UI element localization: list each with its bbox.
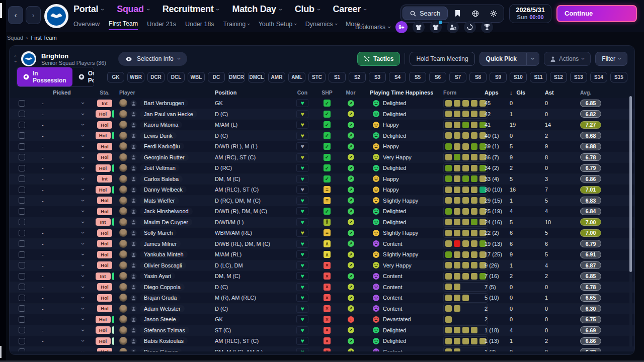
player-cell[interactable]: Lewis Dunk: [119, 132, 215, 140]
position-chip-dmcl[interactable]: DMCL: [248, 72, 265, 82]
quick-pick-button[interactable]: Quick Pick ›: [479, 52, 539, 66]
picked-dropdown[interactable]: -›: [34, 219, 90, 225]
player-name[interactable]: Yasin Ayari: [140, 273, 175, 280]
row-checkbox[interactable]: [19, 251, 25, 258]
position-chip-wbl[interactable]: WBL: [188, 72, 205, 82]
position-chip-s1[interactable]: S1: [329, 72, 346, 82]
inbox-badge-icon[interactable]: 9+: [395, 21, 408, 33]
main-nav-career[interactable]: Career›: [333, 4, 366, 15]
collapse-down-icon[interactable]: ›: [13, 61, 18, 62]
table-row[interactable]: -›HolOlivier BoscagliD (LC), DM♥×↗Very H…: [10, 260, 634, 272]
row-checkbox[interactable]: [19, 122, 25, 128]
player-name[interactable]: Brajan Gruda: [140, 294, 181, 301]
game-date[interactable]: 2026/5/31 Sun00:00: [509, 4, 551, 23]
row-checkbox[interactable]: [19, 208, 25, 215]
position-chip-s11[interactable]: S11: [530, 72, 547, 82]
player-name[interactable]: Carlos Baleba: [140, 175, 183, 183]
position-chip-stc[interactable]: STC: [308, 72, 326, 82]
column-header-shp[interactable]: SHP: [314, 89, 340, 96]
picked-dropdown[interactable]: -›: [34, 133, 90, 139]
position-chip-s3[interactable]: S3: [369, 72, 386, 82]
globe-icon[interactable]: [467, 7, 484, 21]
player-cell[interactable]: Joël Veltman: [119, 164, 215, 172]
filter-dropdown[interactable]: Filter ›: [595, 52, 627, 66]
forward-button[interactable]: ›: [26, 6, 41, 24]
row-checkbox[interactable]: [19, 165, 25, 171]
column-header-position[interactable]: Position: [215, 89, 290, 96]
player-cell[interactable]: Jan Paul van Hecke: [119, 110, 215, 118]
position-chip-aml[interactable]: AML: [288, 72, 305, 82]
picked-dropdown[interactable]: -›: [34, 241, 90, 247]
kit-icon[interactable]: [413, 21, 425, 33]
player-name[interactable]: Danny Welbeck: [140, 186, 187, 193]
player-name[interactable]: Stefanos Tzimas: [140, 327, 189, 334]
player-name[interactable]: Bart Verbruggen: [140, 100, 188, 107]
position-chip-amr[interactable]: AMR: [268, 72, 285, 82]
row-checkbox[interactable]: [19, 100, 25, 107]
position-chip-s9[interactable]: S9: [490, 72, 507, 82]
main-nav-squad[interactable]: Squad›: [117, 4, 149, 15]
table-row[interactable]: -›HolYankuba MintehM/AM (RL)♥∧↗Slightly …: [10, 249, 634, 260]
scouting-icon[interactable]: [447, 21, 459, 33]
table-row[interactable]: -›HolFerdi KadıoğluD/WB (RL), M (L)♥✓↗Ha…: [10, 141, 634, 152]
player-cell[interactable]: Jack Hinshelwood: [119, 207, 215, 215]
row-checkbox[interactable]: [19, 154, 25, 160]
selection-info-dropdown[interactable]: Selection Info ›: [118, 52, 187, 66]
player-name[interactable]: Georginio Rutter: [140, 154, 189, 161]
row-checkbox[interactable]: [19, 284, 25, 290]
position-chip-s5[interactable]: S5: [409, 72, 426, 82]
picked-dropdown[interactable]: -›: [34, 208, 90, 214]
picked-dropdown[interactable]: -›: [34, 230, 90, 236]
picked-dropdown[interactable]: -›: [34, 349, 90, 351]
player-cell[interactable]: Danny Welbeck: [119, 186, 215, 194]
main-nav-match-day[interactable]: Match Day›: [232, 4, 281, 15]
player-name[interactable]: Jason Steele: [140, 316, 180, 323]
player-cell[interactable]: Bart Verbruggen: [119, 99, 215, 107]
scrollbar-thumb[interactable]: [629, 96, 632, 272]
player-name[interactable]: Olivier Boscagli: [140, 262, 186, 269]
kit-tactics-icon[interactable]: [430, 21, 442, 33]
player-name[interactable]: Solly March: [140, 229, 177, 236]
table-row[interactable]: -›HolJoël VeltmanD (RC)♥✓↗Delighted34 (2…: [10, 163, 634, 174]
player-cell[interactable]: Kaoru Mitoma: [119, 121, 215, 129]
position-chip-s15[interactable]: S15: [610, 72, 627, 82]
table-row[interactable]: -›HolAdam WebsterD (C)♥×↗Content2006.30: [10, 304, 634, 315]
table-row[interactable]: -›HolLewis DunkD (C)♥✓↗Delighted40 (1)02…: [10, 131, 634, 142]
player-name[interactable]: Diego Gómez: [140, 348, 182, 351]
position-chip-s14[interactable]: S14: [590, 72, 607, 82]
player-cell[interactable]: James Milner: [119, 240, 215, 248]
table-row[interactable]: -›HolJason SteeleGK♥×↓Devastated2006.75: [10, 314, 634, 325]
table-row[interactable]: -›HolMats WiefferD (RC), DM, M (C)♥=↗Sli…: [10, 196, 634, 207]
back-button[interactable]: ‹: [8, 6, 23, 24]
position-chip-s10[interactable]: S10: [510, 72, 527, 82]
position-chip-s4[interactable]: S4: [389, 72, 406, 82]
player-cell[interactable]: Ferdi Kadıoğlu: [119, 142, 215, 150]
sub-nav-overview[interactable]: Overview: [73, 21, 100, 30]
row-checkbox[interactable]: [19, 219, 25, 225]
player-cell[interactable]: Babis Kostoulas: [119, 337, 215, 345]
column-header-playing-time-happiness[interactable]: Playing Time Happiness: [362, 89, 433, 96]
player-cell[interactable]: Yankuba Minteh: [119, 250, 215, 258]
row-checkbox[interactable]: [19, 262, 25, 268]
picked-dropdown[interactable]: -›: [34, 284, 90, 290]
position-chip-dmcr[interactable]: DMCR: [228, 72, 245, 82]
player-cell[interactable]: Jason Steele: [119, 315, 215, 323]
player-cell[interactable]: Yasin Ayari: [119, 272, 215, 280]
continue-button[interactable]: Continue: [556, 5, 637, 22]
position-chip-dc[interactable]: DC: [208, 72, 225, 82]
player-cell[interactable]: Georginio Rutter: [119, 153, 215, 161]
player-cell[interactable]: Mats Wieffer: [119, 197, 215, 205]
main-nav-recruitment[interactable]: Recruitment›: [163, 4, 219, 15]
row-checkbox[interactable]: [19, 316, 25, 323]
row-checkbox[interactable]: [19, 273, 25, 280]
sub-nav-first-team[interactable]: First Team: [109, 20, 138, 30]
picked-dropdown[interactable]: -›: [34, 143, 90, 149]
picked-dropdown[interactable]: -›: [34, 327, 90, 333]
bookmarks-button[interactable]: Bookmarks›: [355, 24, 390, 31]
row-checkbox[interactable]: [19, 132, 25, 139]
search-button[interactable]: Search: [403, 7, 448, 20]
row-checkbox[interactable]: [19, 197, 25, 204]
table-row[interactable]: -›HolJan Paul van HeckeD (C)♥✓↗Delighted…: [10, 109, 634, 120]
picked-dropdown[interactable]: -›: [34, 316, 90, 322]
table-row[interactable]: -›HolJames MilnerD/WB (RL), DM, M (C)♥∧↗…: [10, 239, 634, 250]
